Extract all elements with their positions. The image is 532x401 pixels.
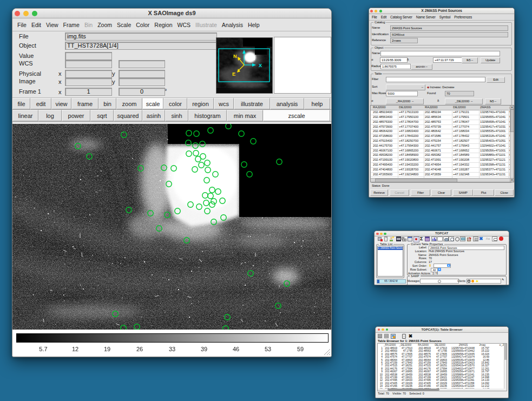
svg-text:X: X	[259, 63, 262, 68]
svg-text:E: E	[232, 71, 235, 77]
svg-text:N: N	[233, 54, 237, 59]
